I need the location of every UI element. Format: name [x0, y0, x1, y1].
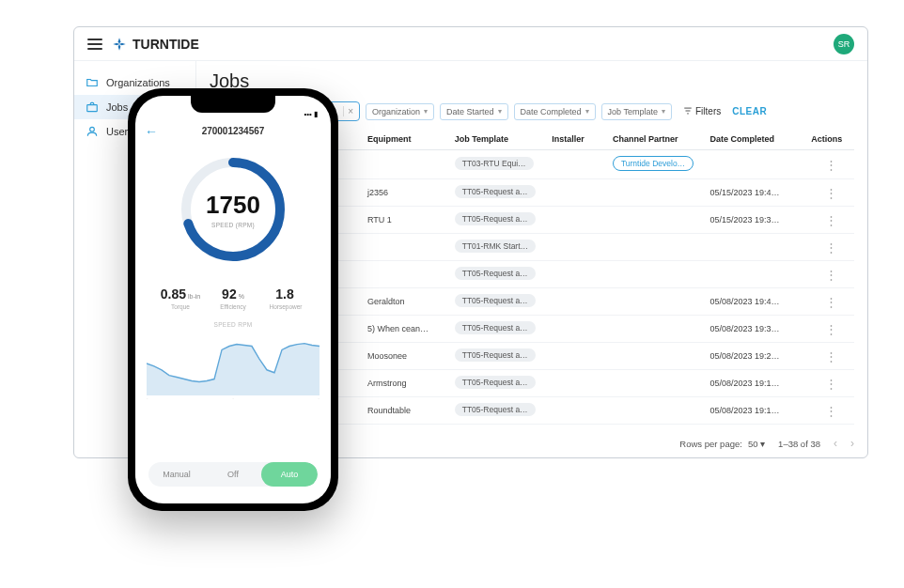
briefcase-icon — [86, 101, 99, 114]
col-job-template[interactable]: Job Template — [451, 129, 549, 150]
row-actions-button[interactable]: ⋮ — [807, 343, 854, 370]
rows-per-page-value[interactable]: 50 ▾ — [748, 439, 765, 449]
clear-filters-button[interactable]: CLEAR — [732, 106, 767, 116]
row-actions-button[interactable]: ⋮ — [807, 316, 854, 343]
filters-button[interactable]: Filters — [683, 106, 721, 117]
menu-toggle-icon[interactable] — [87, 39, 102, 50]
filter-icon — [683, 106, 693, 117]
phone-chart-title: SPEED RPM — [135, 321, 331, 328]
phone-back-button[interactable]: ← — [145, 124, 158, 139]
row-actions-button[interactable]: ⋮ — [807, 207, 854, 234]
row-actions-button[interactable]: ⋮ — [807, 261, 854, 288]
pagination-range: 1–38 of 38 — [778, 439, 820, 449]
prev-page-button[interactable]: ‹ — [834, 437, 837, 450]
col-channel-partner[interactable]: Channel Partner — [609, 129, 707, 150]
sidebar-item-label: Jobs — [106, 101, 128, 113]
brand-logo-icon — [112, 37, 127, 52]
brand-name: TURNTIDE — [132, 37, 199, 52]
row-actions-button[interactable]: ⋮ — [807, 234, 854, 261]
brand: TURNTIDE — [112, 37, 199, 52]
phone-footer: Manual Off Auto — [135, 453, 331, 503]
speed-gauge: 1750 SPEED (RPM) — [177, 153, 289, 266]
phone-mockup: ••• ▮ ← 270001234567 1750 SPEED (RPM) 0.… — [128, 88, 338, 511]
phone-status-icons: ••• ▮ — [304, 110, 318, 118]
filter-organization[interactable]: Organization — [366, 103, 434, 120]
metric-horsepower: 1.8 Horsepower — [259, 286, 312, 310]
row-actions-button[interactable]: ⋮ — [807, 370, 854, 397]
user-icon — [86, 125, 99, 138]
col-actions: Actions — [807, 129, 854, 150]
mode-auto-button[interactable]: Auto — [261, 462, 318, 487]
metric-torque: 0.85lb-in Torque — [154, 286, 207, 310]
filters-label: Filters — [695, 106, 721, 116]
svg-point-1 — [90, 127, 95, 132]
row-actions-button[interactable]: ⋮ — [807, 179, 854, 207]
metric-label: Efficiency — [207, 303, 259, 310]
col-installer[interactable]: Installer — [548, 129, 609, 150]
gauge-area: 1750 SPEED (RPM) — [135, 142, 331, 273]
row-actions-button[interactable]: ⋮ — [807, 397, 854, 425]
metric-efficiency: 92% Efficiency — [207, 286, 259, 310]
mode-manual-button[interactable]: Manual — [148, 462, 205, 487]
folder-icon — [86, 76, 99, 89]
col-equipment[interactable]: Equipment — [364, 129, 451, 150]
sidebar-item-label: Organizations — [106, 77, 170, 88]
gauge-label: SPEED (RPM) — [211, 222, 255, 228]
mode-segmented-control: Manual Off Auto — [148, 462, 318, 487]
phone-screen: ••• ▮ ← 270001234567 1750 SPEED (RPM) 0.… — [135, 96, 331, 503]
svg-rect-0 — [87, 105, 98, 112]
row-actions-button[interactable]: ⋮ — [807, 150, 854, 179]
phone-line-chart — [135, 328, 331, 395]
col-date-completed[interactable]: Date Completed — [706, 129, 807, 150]
phone-title-bar: ← 270001234567 — [135, 120, 331, 142]
metric-label: Torque — [154, 303, 207, 310]
row-actions-button[interactable]: ⋮ — [807, 288, 854, 316]
filter-job-template[interactable]: Job Template — [601, 103, 672, 120]
phone-notch — [191, 96, 275, 113]
metric-label: Horsepower — [259, 303, 312, 310]
gauge-value: 1750 — [206, 191, 260, 220]
phone-title: 270001234567 — [202, 126, 265, 136]
app-header: TURNTIDE SR — [74, 27, 867, 61]
rows-per-page-label: Rows per page: — [679, 439, 742, 449]
metrics-row: 0.85lb-in Torque 92% Efficiency 1.8 Hors… — [135, 273, 331, 314]
next-page-button[interactable]: › — [850, 437, 854, 450]
filter-date-completed[interactable]: Date Completed — [514, 103, 596, 120]
clear-search-icon[interactable]: × — [343, 106, 353, 116]
user-avatar[interactable]: SR — [834, 34, 854, 54]
mode-off-button[interactable]: Off — [205, 462, 261, 487]
filter-date-started[interactable]: Date Started — [440, 103, 508, 120]
